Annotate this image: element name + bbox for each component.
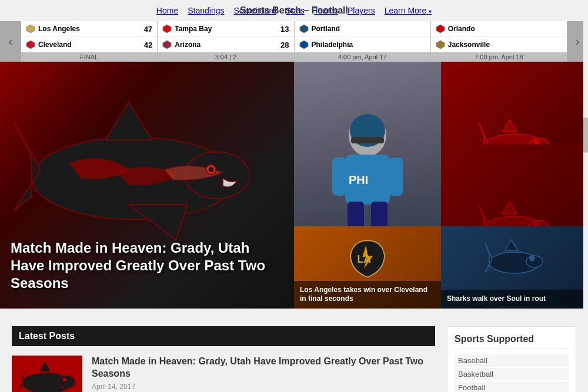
cleveland-logo [26, 40, 35, 49]
team-name-la: Los Angeles [38, 25, 136, 33]
game-1-status: FINAL [21, 52, 157, 62]
hero-cards: PHI The Road of Recovery: Pittsburgh Pow… [294, 62, 588, 309]
team-name-portland: Portland [312, 25, 410, 33]
chevron-down-icon: ▾ [429, 8, 432, 15]
svg-marker-2 [163, 25, 171, 33]
post-title-1[interactable]: Match Made in Heaven: Grady, Utah Have I… [92, 356, 435, 380]
svg-marker-4 [300, 25, 308, 33]
svg-rect-22 [351, 137, 384, 143]
team-name-arizona: Arizona [175, 41, 273, 49]
az-logo [162, 40, 172, 49]
svg-marker-1 [26, 41, 35, 49]
svg-marker-7 [436, 41, 445, 49]
top-navigation: Sports Bench – Football Home Standings S… [0, 0, 588, 21]
nav-learn-more[interactable]: Learn More ▾ [385, 6, 432, 15]
philly-logo [299, 40, 309, 49]
scrollbar-track[interactable] [583, 0, 588, 392]
game-2: Tampa Bay 13 Arizona 28 3:04 | 2 [158, 21, 294, 62]
nav-players[interactable]: Players [348, 6, 375, 15]
team-name-jacksonville: Jacksonville [448, 41, 546, 49]
post-item-1: Match Made in Heaven: Grady, Utah Have I… [12, 356, 435, 392]
tb-logo [162, 24, 172, 33]
game-4-status: 7:00 pm, April 18 [431, 52, 567, 62]
score-la: 47 [139, 25, 152, 33]
score-arizona: 28 [276, 41, 289, 49]
sport-football[interactable]: Football [455, 381, 569, 392]
score-cleveland: 42 [139, 41, 152, 49]
hero-card-overlay-text-2: Los Angeles takes win over Cleveland in … [294, 281, 441, 309]
nav-home[interactable]: Home [156, 6, 178, 15]
game-4: Orlando Jacksonville 7:00 pm, April 18 [431, 21, 567, 62]
svg-point-45 [63, 378, 66, 381]
team-row-orlando: Orlando [431, 21, 567, 37]
post-date-1: April 14, 2017 [92, 383, 435, 391]
team-name-orlando: Orlando [448, 25, 546, 33]
svg-marker-9 [14, 122, 41, 210]
hero-left: Match Made in Heaven: Grady, Utah Have I… [0, 62, 294, 309]
svg-marker-37 [505, 240, 518, 250]
sports-list: Baseball Basketball Football Hockey Rugb… [455, 354, 569, 392]
sports-supported-widget: Sports Supported Baseball Basketball Foo… [447, 326, 576, 392]
game-3: Portland Philadelphia 4:00 pm, April 17 [295, 21, 431, 62]
team-row-la: Los Angeles 47 [21, 21, 157, 37]
svg-point-39 [530, 256, 534, 261]
sport-baseball[interactable]: Baseball [455, 354, 569, 367]
hero-main-title: Match Made in Heaven: Grady, Utah Have I… [11, 239, 278, 292]
latest-posts-title: Latest Posts [12, 326, 435, 346]
hero-section: Match Made in Heaven: Grady, Utah Have I… [0, 62, 588, 309]
jacksonville-logo [436, 40, 445, 49]
svg-marker-11 [129, 205, 188, 240]
team-row-philly: Philadelphia [295, 37, 430, 52]
team-row-arizona: Arizona 28 [158, 37, 293, 52]
score-ticker: ‹ Los Angeles 47 Cleveland 42 [0, 21, 588, 62]
svg-marker-36 [485, 243, 492, 272]
la-logo [26, 24, 35, 33]
sports-supported-title: Sports Supported [455, 334, 569, 349]
svg-marker-0 [26, 25, 35, 33]
svg-marker-5 [300, 41, 308, 49]
svg-point-44 [58, 376, 75, 388]
ticker-scores: Los Angeles 47 Cleveland 42 FINAL [21, 21, 567, 62]
svg-marker-32 [503, 202, 517, 214]
game-3-status: 4:00 pm, April 17 [295, 52, 430, 62]
team-name-philly: Philadelphia [312, 41, 410, 49]
nav-standings[interactable]: Standings [188, 6, 224, 15]
svg-rect-18 [389, 158, 403, 196]
post-info-1: Match Made in Heaven: Grady, Utah Have I… [92, 356, 435, 392]
hero-grid-card-4[interactable]: Sharks walk over Soul in rout [441, 226, 588, 309]
hero-grid-card-2[interactable]: LA Los Angeles takes win over Cleveland … [294, 226, 441, 309]
svg-text:PHI: PHI [349, 173, 368, 186]
svg-marker-3 [163, 41, 171, 49]
team-name-tb: Tampa Bay [175, 25, 273, 33]
site-title: Sports Bench – Football [240, 5, 348, 16]
team-row-portland: Portland [295, 21, 430, 37]
score-tb: 13 [276, 25, 289, 33]
sport-basketball[interactable]: Basketball [455, 368, 569, 380]
svg-marker-10 [105, 102, 152, 140]
post-thumbnail [12, 356, 82, 392]
game-2-status: 3:04 | 2 [158, 52, 293, 62]
portland-logo [299, 24, 309, 33]
sidebar: Sports Supported Baseball Basketball Foo… [447, 326, 576, 392]
team-name-cleveland: Cleveland [38, 41, 136, 49]
svg-rect-17 [332, 158, 346, 196]
svg-point-14 [209, 167, 213, 172]
svg-marker-26 [503, 120, 517, 132]
hero-card-overlay-text-4: Sharks walk over Soul in rout [441, 290, 588, 309]
team-row-jacksonville: Jacksonville [431, 37, 567, 52]
game-1: Los Angeles 47 Cleveland 42 FINAL [21, 21, 158, 62]
hero-shark-logo [11, 87, 258, 265]
team-row-tb: Tampa Bay 13 [158, 21, 293, 37]
orlando-logo [436, 24, 445, 33]
latest-posts-section: Latest Posts Match Made in Heaven: Grady… [12, 326, 435, 392]
team-row-cleveland: Cleveland 42 [21, 37, 157, 52]
scrollbar-thumb[interactable] [583, 118, 588, 153]
main-content: Latest Posts Match Made in Heaven: Grady… [0, 309, 588, 392]
ticker-prev-button[interactable]: ‹ [0, 21, 21, 62]
svg-marker-6 [436, 25, 445, 33]
